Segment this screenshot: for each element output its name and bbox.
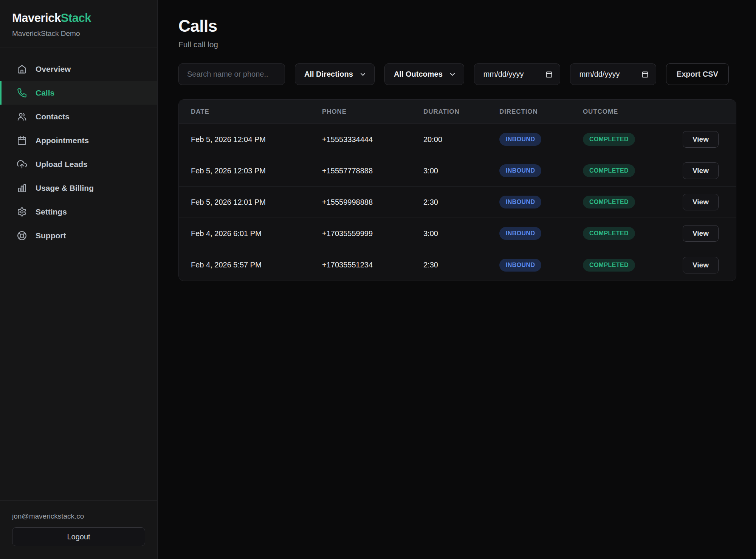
cell-phone: +15553334444 — [322, 135, 423, 144]
direction-badge: INBOUND — [499, 164, 541, 177]
logo-part-2: Stack — [61, 11, 91, 25]
sidebar-footer: jon@maverickstack.co Logout — [0, 500, 157, 559]
cell-duration: 20:00 — [423, 135, 499, 144]
direction-filter-value: All Directions — [304, 70, 353, 79]
chevron-down-icon — [449, 71, 456, 78]
view-button[interactable]: View — [683, 131, 719, 148]
cell-phone: +17035559999 — [322, 229, 423, 238]
page-title: Calls — [178, 17, 736, 36]
home-icon — [17, 64, 27, 74]
outcome-filter-select[interactable]: All Outcomes — [384, 63, 464, 85]
outcome-filter-value: All Outcomes — [394, 70, 443, 79]
sidebar-item-label: Appointments — [36, 136, 89, 145]
life-buoy-icon — [17, 231, 27, 241]
table-header-row: DATE PHONE DURATION DIRECTION OUTCOME — [179, 100, 736, 124]
date-from-input[interactable]: mm/dd/yyyy — [474, 63, 560, 85]
upload-cloud-icon — [17, 159, 27, 169]
cell-duration: 2:30 — [423, 198, 499, 207]
cell-date: Feb 4, 2026 5:57 PM — [191, 261, 322, 269]
filter-bar: All Directions All Outcomes mm/dd/yyyy m… — [178, 63, 736, 85]
app-logo: MaverickStack — [12, 11, 145, 25]
direction-badge: INBOUND — [499, 259, 541, 272]
bar-chart-icon — [17, 183, 27, 193]
sidebar-item-calls[interactable]: Calls — [0, 81, 157, 105]
sidebar-item-settings[interactable]: Settings — [0, 200, 157, 224]
outcome-badge: COMPLETED — [583, 227, 635, 240]
sidebar-item-label: Upload Leads — [36, 160, 88, 169]
cell-date: Feb 5, 2026 12:04 PM — [191, 135, 322, 144]
cell-date: Feb 5, 2026 12:01 PM — [191, 198, 322, 207]
date-to-placeholder: mm/dd/yyyy — [579, 70, 620, 79]
view-button[interactable]: View — [683, 257, 719, 273]
view-button[interactable]: View — [683, 162, 719, 179]
export-csv-button[interactable]: Export CSV — [666, 63, 729, 85]
logo-part-1: Maverick — [12, 11, 61, 25]
cell-date: Feb 5, 2026 12:03 PM — [191, 167, 322, 175]
direction-badge: INBOUND — [499, 196, 541, 208]
chevron-down-icon — [359, 71, 367, 78]
cell-phone: +15559998888 — [322, 198, 423, 207]
sidebar-item-contacts[interactable]: Contacts — [0, 105, 157, 128]
calls-table: DATE PHONE DURATION DIRECTION OUTCOME Fe… — [178, 99, 736, 281]
outcome-badge: COMPLETED — [583, 259, 635, 272]
sidebar-nav: Overview Calls Contacts Appointments Upl… — [0, 48, 157, 500]
view-button[interactable]: View — [683, 194, 719, 210]
sidebar: MaverickStack MaverickStack Demo Overvie… — [0, 0, 158, 559]
cell-duration: 3:00 — [423, 229, 499, 238]
sidebar-item-label: Settings — [36, 207, 67, 216]
column-header-outcome: OUTCOME — [583, 108, 683, 116]
sidebar-item-usage-billing[interactable]: Usage & Billing — [0, 176, 157, 200]
calendar-icon — [17, 136, 27, 145]
column-header-date: DATE — [191, 108, 322, 116]
table-row: Feb 5, 2026 12:03 PM +15557778888 3:00 I… — [179, 155, 736, 187]
column-header-phone: PHONE — [322, 108, 423, 116]
table-row: Feb 4, 2026 5:57 PM +17035551234 2:30 IN… — [179, 249, 736, 281]
outcome-badge: COMPLETED — [583, 164, 635, 177]
date-from-placeholder: mm/dd/yyyy — [483, 70, 524, 79]
table-row: Feb 5, 2026 12:04 PM +15553334444 20:00 … — [179, 124, 736, 155]
date-to-input[interactable]: mm/dd/yyyy — [570, 63, 656, 85]
main-content: Calls Full call log All Directions All O… — [158, 0, 756, 559]
cell-duration: 3:00 — [423, 167, 499, 175]
sidebar-item-upload-leads[interactable]: Upload Leads — [0, 152, 157, 176]
direction-badge: INBOUND — [499, 227, 541, 240]
cell-phone: +15557778888 — [322, 167, 423, 175]
table-row: Feb 5, 2026 12:01 PM +15559998888 2:30 I… — [179, 187, 736, 218]
logo-block: MaverickStack MaverickStack Demo — [0, 0, 157, 48]
calendar-icon[interactable] — [641, 70, 649, 78]
direction-badge: INBOUND — [499, 133, 541, 146]
calendar-icon[interactable] — [545, 70, 553, 78]
outcome-badge: COMPLETED — [583, 133, 635, 146]
sidebar-item-support[interactable]: Support — [0, 224, 157, 247]
sidebar-item-label: Support — [36, 231, 66, 240]
sidebar-item-label: Overview — [36, 65, 71, 74]
sidebar-item-label: Contacts — [36, 112, 70, 121]
cell-date: Feb 4, 2026 6:01 PM — [191, 229, 322, 238]
column-header-duration: DURATION — [423, 108, 499, 116]
sidebar-item-appointments[interactable]: Appointments — [0, 128, 157, 152]
sidebar-item-overview[interactable]: Overview — [0, 57, 157, 81]
user-email: jon@maverickstack.co — [12, 512, 145, 520]
cell-duration: 2:30 — [423, 261, 499, 269]
table-row: Feb 4, 2026 6:01 PM +17035559999 3:00 IN… — [179, 218, 736, 249]
direction-filter-select[interactable]: All Directions — [295, 63, 375, 85]
contacts-icon — [17, 112, 27, 122]
sidebar-item-label: Usage & Billing — [36, 184, 94, 193]
view-button[interactable]: View — [683, 225, 719, 242]
cell-phone: +17035551234 — [322, 261, 423, 269]
search-input[interactable] — [178, 63, 285, 85]
outcome-badge: COMPLETED — [583, 196, 635, 208]
workspace-name: MaverickStack Demo — [12, 29, 145, 38]
gear-icon — [17, 207, 27, 217]
page-subtitle: Full call log — [178, 40, 736, 49]
column-header-direction: DIRECTION — [499, 108, 583, 116]
logout-button[interactable]: Logout — [12, 527, 145, 546]
phone-icon — [17, 88, 27, 98]
sidebar-item-label: Calls — [36, 88, 54, 97]
